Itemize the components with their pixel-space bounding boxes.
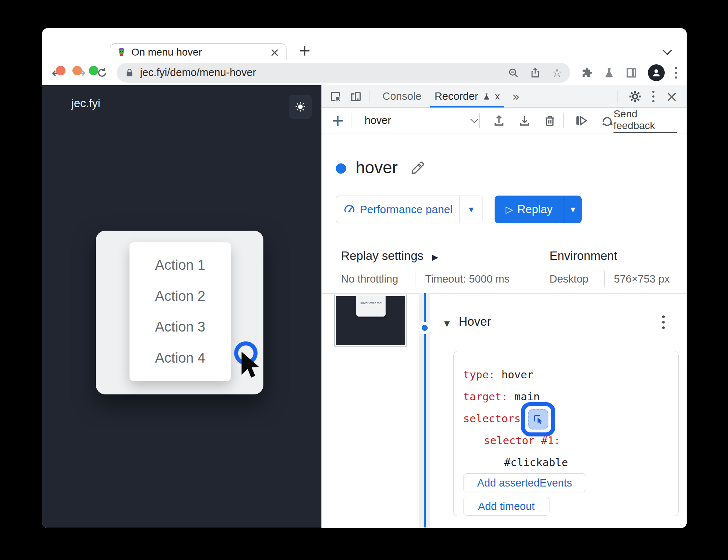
replay-dropdown-arrow[interactable]: ▼: [564, 206, 582, 213]
lock-icon: [125, 68, 134, 77]
code-row-type: type: hover: [463, 364, 669, 386]
inspect-element-icon[interactable]: [329, 90, 342, 103]
viewport-value: 576×753 px: [614, 273, 669, 285]
recording-dot: [336, 163, 346, 174]
code-key: selector #1:: [484, 434, 560, 447]
code-row-selector-1: selector #1:: [463, 430, 669, 451]
code-row-target: target: main: [463, 386, 669, 408]
tab-strip: On menu hover × +: [42, 28, 687, 60]
device-toolbar-icon[interactable]: [350, 90, 362, 103]
edit-title-icon[interactable]: [410, 160, 425, 177]
timeline-step-node[interactable]: [419, 322, 431, 334]
extensions-puzzle-icon[interactable]: [581, 67, 593, 79]
bookmark-star-icon[interactable]: ☆: [552, 67, 562, 79]
divider: [479, 113, 480, 128]
menu-item-action-3[interactable]: Action 3: [155, 319, 205, 335]
tab-console[interactable]: Console: [376, 90, 428, 102]
step-name[interactable]: Hover: [459, 315, 491, 329]
recorder-body: hover Performance panel ▼: [322, 133, 687, 527]
tab-title: On menu hover: [131, 46, 270, 58]
divider: [604, 271, 605, 287]
more-tabs-icon[interactable]: »: [512, 89, 520, 104]
popup-menu: Action 1 Action 2 Action 3 Action 4: [130, 242, 231, 381]
profile-avatar[interactable]: [648, 64, 665, 81]
code-value: [495, 368, 501, 381]
window-content: jec.fyi Hover over me! Action 1 Action 2…: [42, 85, 687, 528]
browser-tab[interactable]: On menu hover ×: [110, 43, 286, 60]
flask-extension-icon[interactable]: [603, 67, 615, 79]
performance-dropdown-arrow[interactable]: ▼: [460, 206, 483, 213]
recording-select[interactable]: hover: [360, 114, 477, 126]
step-detail-card: type: hover target: main selectors: sele…: [453, 351, 679, 516]
add-timeout-button[interactable]: Add timeout: [463, 497, 549, 516]
settings-gear-icon[interactable]: [629, 90, 641, 103]
recorder-controls: + hover: [322, 108, 687, 133]
favicon: [117, 48, 126, 57]
devtools-close-icon[interactable]: ×: [665, 89, 678, 104]
select-element-button[interactable]: [528, 409, 548, 430]
divider: [352, 113, 352, 128]
close-window-button[interactable]: [56, 66, 65, 75]
export-recording-icon[interactable]: [518, 114, 531, 127]
import-recording-icon[interactable]: [492, 114, 506, 127]
share-icon[interactable]: [530, 67, 541, 78]
divider: [416, 271, 416, 287]
play-icon: ▷: [506, 204, 513, 215]
code-value: main: [514, 390, 540, 403]
expand-arrow-icon: ▶: [432, 253, 438, 262]
site-brand[interactable]: jec.fyi: [71, 97, 100, 110]
menu-item-action-2[interactable]: Action 2: [155, 288, 205, 304]
divider: [618, 90, 618, 103]
tab-close-icon[interactable]: ×: [270, 46, 279, 58]
recording-select-value: hover: [365, 114, 391, 126]
code-key: target:: [463, 390, 508, 403]
selector-picker-highlight-ring: [521, 402, 555, 436]
replay-settings-heading[interactable]: Replay settings ▶: [341, 249, 438, 263]
speedometer-icon: [343, 203, 356, 216]
device-value: Desktop: [549, 273, 588, 285]
tab-search-chevron-icon[interactable]: [663, 46, 672, 55]
url-bar[interactable]: jec.fyi/demo/menu-hover ☆: [117, 63, 570, 83]
section-divider: [322, 293, 687, 294]
mouse-cursor-icon: [240, 351, 263, 383]
devtools-tabbar: Console Recorder x » ×: [322, 85, 687, 108]
step-thumbnail[interactable]: Hover over me!: [334, 295, 407, 347]
timeout-value: Timeout: 5000 ms: [425, 273, 510, 285]
zoom-icon[interactable]: [508, 67, 519, 78]
step-play-icon[interactable]: [575, 114, 588, 127]
performance-panel-label: Performance panel: [360, 203, 453, 216]
theme-toggle-button[interactable]: [289, 95, 312, 119]
minimize-window-button[interactable]: [72, 66, 82, 75]
code-key: type:: [463, 368, 495, 381]
delete-recording-icon[interactable]: [544, 114, 556, 127]
throttling-value: No throttling: [341, 273, 398, 285]
tab-recorder-label: Recorder: [435, 90, 478, 102]
page-viewport: jec.fyi Hover over me! Action 1 Action 2…: [42, 85, 321, 528]
code-value: [508, 390, 514, 403]
add-recording-icon[interactable]: +: [331, 113, 344, 128]
environment-heading: Environment: [549, 249, 617, 263]
code-value: #clickable: [504, 456, 568, 469]
url-text[interactable]: jec.fyi/demo/menu-hover: [140, 67, 497, 79]
new-tab-button[interactable]: +: [298, 41, 311, 59]
recording-title: hover: [356, 158, 398, 177]
add-asserted-events-button[interactable]: Add assertedEvents: [463, 473, 586, 492]
browser-toolbar: ← → jec.fyi/demo/menu-hover ☆: [42, 60, 687, 85]
recorder-tab-close-icon[interactable]: x: [495, 91, 500, 102]
replay-button[interactable]: ▷ Replay ▼: [495, 196, 582, 223]
step-menu-icon[interactable]: [662, 315, 665, 329]
side-panel-icon[interactable]: [625, 67, 638, 79]
performance-panel-button[interactable]: Performance panel ▼: [336, 196, 483, 223]
chrome-menu-icon[interactable]: [675, 67, 677, 79]
step-expander-icon[interactable]: ▼: [444, 319, 450, 328]
send-feedback-link[interactable]: Send feedback: [613, 108, 677, 133]
devtools-menu-icon[interactable]: [652, 91, 654, 102]
replay-settings-label: Replay settings: [341, 249, 424, 262]
replay-steps-icon[interactable]: [600, 114, 613, 127]
tab-recorder[interactable]: Recorder x: [428, 85, 506, 107]
menu-item-action-4[interactable]: Action 4: [155, 350, 205, 366]
thumbnail-hover-card: Hover over me!: [356, 296, 386, 317]
menu-item-action-1[interactable]: Action 1: [155, 257, 205, 273]
hover-card[interactable]: Hover over me! Action 1 Action 2 Action …: [96, 231, 263, 394]
maximize-window-button[interactable]: [89, 66, 98, 75]
